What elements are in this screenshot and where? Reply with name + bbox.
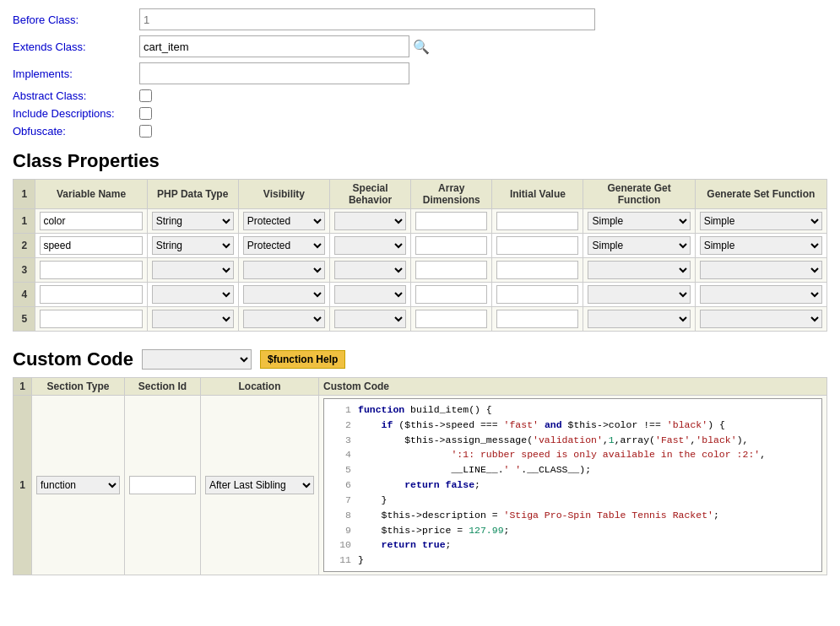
props-get-fn[interactable]: SimpleAdvancedNone — [583, 234, 695, 258]
extends-class-input[interactable] — [139, 35, 409, 57]
props-initial-value[interactable] — [492, 283, 583, 307]
props-initial-value[interactable] — [492, 209, 583, 234]
props-special[interactable]: StaticAbstract — [330, 234, 411, 258]
cc-location-select[interactable]: After Last SiblingBefore First SiblingRe… — [205, 476, 314, 494]
props-get-fn-select[interactable]: SimpleAdvancedNone — [588, 261, 690, 279]
props-array-dim-input[interactable] — [415, 212, 487, 230]
props-array-dim[interactable] — [411, 234, 492, 258]
props-initial-value[interactable] — [492, 234, 583, 258]
sfunc-help-button[interactable]: $function Help — [260, 350, 345, 369]
props-var-name-input[interactable] — [40, 212, 142, 230]
props-set-fn-select[interactable]: SimpleAdvancedNone — [700, 261, 822, 279]
props-set-fn[interactable]: SimpleAdvancedNone — [695, 258, 826, 283]
props-php-type[interactable]: StringIntegerFloatBooleanArrayObject — [147, 234, 238, 258]
cc-location-cell[interactable]: After Last SiblingBefore First SiblingRe… — [201, 396, 319, 575]
props-set-fn[interactable]: SimpleAdvancedNone — [695, 209, 826, 234]
props-visibility[interactable]: ProtectedPrivatePublic — [238, 258, 329, 283]
props-php-type-select[interactable]: StringIntegerFloatBooleanArrayObject — [152, 261, 234, 279]
props-initial-input[interactable] — [496, 285, 578, 304]
col-getfn-header: Generate Get Function — [583, 180, 695, 209]
props-visibility[interactable]: ProtectedPrivatePublic — [238, 209, 329, 234]
props-array-dim-input[interactable] — [415, 310, 487, 328]
props-array-dim[interactable] — [411, 258, 492, 283]
props-var-name-input[interactable] — [40, 236, 142, 255]
props-var-name[interactable] — [35, 209, 147, 234]
props-var-name-input[interactable] — [40, 310, 142, 328]
props-visibility-select[interactable]: ProtectedPrivatePublic — [243, 261, 325, 279]
props-special[interactable]: StaticAbstract — [330, 307, 411, 332]
props-var-name[interactable] — [35, 258, 147, 283]
props-get-fn-select[interactable]: SimpleAdvancedNone — [588, 310, 690, 328]
props-array-dim-input[interactable] — [415, 285, 487, 304]
props-initial-input[interactable] — [496, 261, 578, 279]
props-set-fn-select[interactable]: SimpleAdvancedNone — [700, 236, 822, 255]
props-get-fn[interactable]: SimpleAdvancedNone — [583, 258, 695, 283]
props-set-fn-select[interactable]: SimpleAdvancedNone — [700, 285, 822, 304]
props-visibility-select[interactable]: ProtectedPrivatePublic — [243, 212, 325, 230]
include-descriptions-checkbox[interactable] — [139, 107, 152, 120]
props-special-select[interactable]: StaticAbstract — [334, 285, 406, 304]
props-array-dim[interactable] — [411, 307, 492, 332]
props-visibility[interactable]: ProtectedPrivatePublic — [238, 234, 329, 258]
props-get-fn[interactable]: SimpleAdvancedNone — [583, 209, 695, 234]
cc-section-id-cell[interactable] — [125, 396, 201, 575]
props-get-fn[interactable]: SimpleAdvancedNone — [583, 307, 695, 332]
props-php-type-select[interactable]: StringIntegerFloatBooleanArrayObject — [152, 285, 234, 304]
line-content: if ($this->speed === 'fast' and $this->c… — [358, 418, 725, 433]
props-php-type-select[interactable]: StringIntegerFloatBooleanArrayObject — [152, 212, 234, 230]
props-array-dim[interactable] — [411, 283, 492, 307]
props-array-dim-input[interactable] — [415, 236, 487, 255]
implements-input[interactable] — [139, 62, 409, 84]
props-special[interactable]: StaticAbstract — [330, 283, 411, 307]
props-php-type[interactable]: StringIntegerFloatBooleanArrayObject — [147, 209, 238, 234]
extends-class-search-button[interactable]: 🔍 — [413, 39, 430, 55]
props-special-select[interactable]: StaticAbstract — [334, 236, 406, 255]
props-initial-input[interactable] — [496, 212, 578, 230]
props-get-fn-select[interactable]: SimpleAdvancedNone — [588, 212, 690, 230]
cc-code-cell[interactable]: 1function build_item() {2 if ($this->spe… — [319, 396, 827, 575]
props-visibility-select[interactable]: ProtectedPrivatePublic — [243, 236, 325, 255]
custom-code-select[interactable] — [142, 349, 252, 370]
props-set-fn[interactable]: SimpleAdvancedNone — [695, 307, 826, 332]
class-properties-table: 1 Variable Name PHP Data Type Visibility… — [13, 179, 827, 332]
props-set-fn[interactable]: SimpleAdvancedNone — [695, 234, 826, 258]
props-special-select[interactable]: StaticAbstract — [334, 212, 406, 230]
props-special[interactable]: StaticAbstract — [330, 258, 411, 283]
props-set-fn[interactable]: SimpleAdvancedNone — [695, 283, 826, 307]
props-special[interactable]: StaticAbstract — [330, 209, 411, 234]
line-number: 11 — [328, 553, 351, 568]
props-visibility-select[interactable]: ProtectedPrivatePublic — [243, 285, 325, 304]
props-initial-input[interactable] — [496, 310, 578, 328]
cc-section-type-select[interactable]: functionpropertyclass — [36, 476, 120, 494]
props-set-fn-select[interactable]: SimpleAdvancedNone — [700, 310, 822, 328]
props-var-name[interactable] — [35, 307, 147, 332]
props-get-fn-select[interactable]: SimpleAdvancedNone — [588, 285, 690, 304]
props-visibility[interactable]: ProtectedPrivatePublic — [238, 307, 329, 332]
props-php-type[interactable]: StringIntegerFloatBooleanArrayObject — [147, 283, 238, 307]
props-array-dim-input[interactable] — [415, 261, 487, 279]
props-php-type[interactable]: StringIntegerFloatBooleanArrayObject — [147, 258, 238, 283]
props-initial-value[interactable] — [492, 258, 583, 283]
props-var-name[interactable] — [35, 283, 147, 307]
props-var-name-input[interactable] — [40, 261, 142, 279]
props-get-fn-select[interactable]: SimpleAdvancedNone — [588, 236, 690, 255]
props-php-type-select[interactable]: StringIntegerFloatBooleanArrayObject — [152, 236, 234, 255]
props-visibility-select[interactable]: ProtectedPrivatePublic — [243, 310, 325, 328]
props-initial-input[interactable] — [496, 236, 578, 255]
props-special-select[interactable]: StaticAbstract — [334, 310, 406, 328]
cc-section-type-cell[interactable]: functionpropertyclass — [32, 396, 125, 575]
props-set-fn-select[interactable]: SimpleAdvancedNone — [700, 212, 822, 230]
props-array-dim[interactable] — [411, 209, 492, 234]
props-get-fn[interactable]: SimpleAdvancedNone — [583, 283, 695, 307]
obfuscate-checkbox[interactable] — [139, 125, 152, 138]
props-initial-value[interactable] — [492, 307, 583, 332]
props-special-select[interactable]: StaticAbstract — [334, 261, 406, 279]
props-var-name[interactable] — [35, 234, 147, 258]
props-php-type[interactable]: StringIntegerFloatBooleanArrayObject — [147, 307, 238, 332]
props-visibility[interactable]: ProtectedPrivatePublic — [238, 283, 329, 307]
props-var-name-input[interactable] — [40, 285, 142, 304]
props-php-type-select[interactable]: StringIntegerFloatBooleanArrayObject — [152, 310, 234, 328]
abstract-class-checkbox[interactable] — [139, 89, 152, 102]
cc-section-id-input[interactable] — [129, 476, 196, 494]
before-class-input[interactable] — [139, 8, 595, 30]
